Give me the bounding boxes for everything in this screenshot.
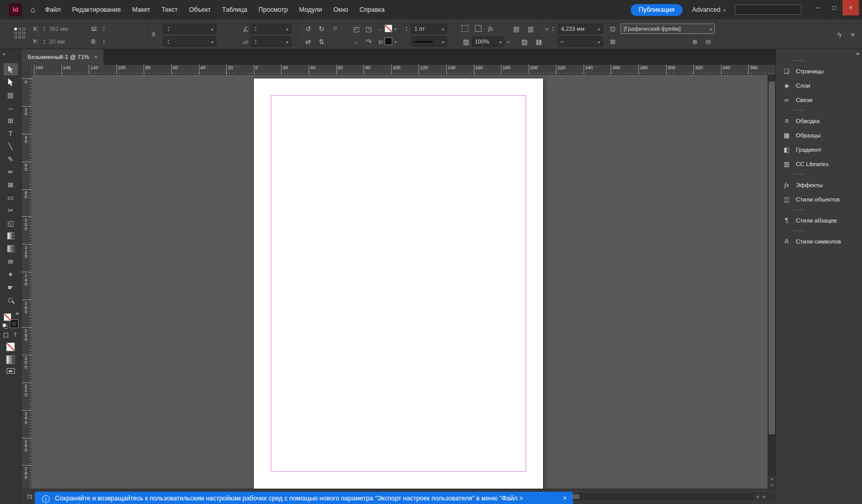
- reference-point[interactable]: [18, 28, 21, 30]
- stroke-menu-caret-icon[interactable]: [395, 36, 400, 47]
- search-input[interactable]: [735, 5, 801, 15]
- stroke-style-combo[interactable]: [411, 36, 447, 47]
- flip-horizontal-icon[interactable]: ⇄: [303, 36, 314, 47]
- reference-point-proxy[interactable]: [14, 28, 27, 40]
- fill-menu-caret-icon[interactable]: [395, 24, 400, 34]
- panel-cc-libraries[interactable]: ▥ CC Libraries: [776, 157, 862, 171]
- shear-spinner[interactable]: [253, 36, 258, 47]
- stroke-swatch-proxy[interactable]: [10, 320, 18, 328]
- constrain-proportions-icon[interactable]: ∞: [149, 29, 159, 40]
- dashed-frame-icon[interactable]: [462, 25, 468, 32]
- stroke-weight-combo[interactable]: 1 пт: [411, 24, 447, 34]
- chevron-down-icon[interactable]: [286, 26, 288, 32]
- direct-selection-tool[interactable]: [4, 76, 18, 88]
- chevron-down-icon[interactable]: [442, 26, 444, 32]
- y-spinner[interactable]: [42, 36, 47, 47]
- gradient-feather-tool[interactable]: [4, 243, 18, 255]
- new-style-icon[interactable]: ⊕: [689, 36, 700, 47]
- panel-character-styles[interactable]: A Стили символов: [776, 234, 862, 249]
- swap-fill-stroke-icon[interactable]: ⇄: [16, 311, 19, 316]
- text-wrap-jump-icon[interactable]: ▧: [519, 36, 530, 47]
- menu-item[interactable]: Модули: [293, 0, 328, 19]
- x-spinner[interactable]: [42, 24, 47, 34]
- panel-pages[interactable]: ❏ Страницы: [776, 64, 862, 78]
- reference-point[interactable]: [14, 36, 17, 38]
- line-tool[interactable]: ╲: [4, 140, 18, 152]
- formatting-affects-container-button[interactable]: [3, 332, 9, 338]
- width-value[interactable]: [109, 24, 139, 34]
- panel-gradient[interactable]: ◧ Градиент: [776, 143, 862, 157]
- scale-y-spinner[interactable]: [166, 36, 171, 47]
- opacity-options-caret-icon[interactable]: [508, 36, 513, 47]
- reference-point[interactable]: [18, 32, 21, 34]
- text-wrap-both-icon[interactable]: ▩: [533, 36, 545, 47]
- workspace-switcher[interactable]: Advanced: [692, 6, 726, 13]
- free-transform-tool[interactable]: ◱: [4, 217, 18, 229]
- panel-swatches[interactable]: ▦ Образцы: [776, 128, 862, 143]
- scroll-down-icon[interactable]: ▾: [768, 482, 775, 489]
- frame-fitting-options-icon[interactable]: ⊞: [607, 36, 618, 47]
- minimize-button[interactable]: –: [810, 0, 826, 15]
- scroll-left-icon[interactable]: ◂: [754, 494, 760, 499]
- scroll-right-icon[interactable]: ▸: [760, 494, 767, 499]
- text-wrap-none-icon[interactable]: ▤: [511, 24, 522, 34]
- corner-size-combo[interactable]: 4,233 мм: [558, 24, 603, 34]
- width-spinner[interactable]: [102, 24, 106, 34]
- pencil-tool[interactable]: ✏: [4, 166, 18, 178]
- zoom-tool[interactable]: [4, 294, 18, 306]
- stroke-weight-spinner[interactable]: [404, 24, 409, 34]
- chevron-down-icon[interactable]: [499, 38, 502, 45]
- clear-overrides-icon[interactable]: ⊖: [703, 36, 714, 47]
- formatting-affects-text-button[interactable]: T: [12, 332, 18, 338]
- fill-swatch-proxy[interactable]: [4, 313, 11, 321]
- x-value[interactable]: 362 мм: [49, 24, 83, 34]
- corner-size-spinner[interactable]: [551, 24, 555, 34]
- panel-links[interactable]: ∞ Связи: [776, 93, 862, 107]
- vertical-scrollbar[interactable]: ▴ ▾: [768, 75, 775, 489]
- content-collector-tool[interactable]: ⊞: [4, 114, 18, 127]
- color-theme-tool[interactable]: ✦: [4, 268, 18, 280]
- reference-point[interactable]: [23, 36, 25, 38]
- effects-button[interactable]: fx.: [488, 24, 494, 34]
- panel-effects[interactable]: fx Эффекты: [776, 178, 862, 192]
- rectangle-frame-tool[interactable]: ⊠: [4, 178, 18, 191]
- frame-fitting-icon[interactable]: ⊡: [607, 24, 618, 34]
- expand-toolbar-icon[interactable]: »: [3, 51, 5, 57]
- reference-point[interactable]: [14, 28, 17, 30]
- page-tool[interactable]: ▤: [4, 89, 18, 101]
- hand-tool[interactable]: ☛: [4, 281, 18, 293]
- scale-x-spinner[interactable]: [166, 24, 171, 34]
- reference-point[interactable]: [23, 32, 25, 34]
- close-button[interactable]: ×: [843, 0, 859, 15]
- pen-tool[interactable]: ✎: [4, 153, 18, 165]
- select-content-icon[interactable]: ◳: [363, 24, 374, 34]
- rotate-cw-button[interactable]: ↻: [316, 24, 327, 34]
- maximize-button[interactable]: □: [826, 0, 843, 15]
- vertical-scrollbar-thumb[interactable]: [769, 82, 775, 434]
- rotation-spinner[interactable]: [253, 24, 258, 34]
- rectangle-tool[interactable]: ▭: [4, 191, 18, 204]
- page[interactable]: [254, 78, 543, 489]
- scissors-tool[interactable]: ✂: [4, 204, 18, 216]
- panel-paragraph-styles[interactable]: ¶ Стили абзацев: [776, 213, 862, 228]
- collapse-dock-icon[interactable]: ◂◂: [856, 51, 858, 57]
- chevron-down-icon[interactable]: [211, 26, 213, 32]
- type-tool[interactable]: T: [4, 127, 18, 139]
- menu-item[interactable]: Макет: [127, 0, 156, 19]
- quick-apply-icon[interactable]: ϟ: [834, 29, 845, 39]
- selection-tool[interactable]: [4, 63, 18, 75]
- menu-item[interactable]: Текст: [156, 0, 183, 19]
- menu-item[interactable]: Таблица: [216, 0, 253, 19]
- home-icon[interactable]: ⌂: [30, 5, 35, 14]
- panel-stroke[interactable]: ≡ Обводка: [776, 114, 862, 128]
- height-value[interactable]: [109, 36, 139, 47]
- menu-item[interactable]: Окно: [328, 0, 354, 19]
- stroke-color-swatch[interactable]: [385, 37, 392, 45]
- gap-tool[interactable]: ↔: [4, 102, 18, 114]
- apply-color-button[interactable]: [6, 342, 15, 351]
- menu-item[interactable]: Справка: [354, 0, 390, 19]
- tab-close-icon[interactable]: ×: [94, 54, 97, 60]
- publish-button[interactable]: Публикация: [631, 4, 683, 16]
- menu-item[interactable]: Редактирование: [66, 0, 126, 19]
- reference-point[interactable]: [23, 28, 25, 30]
